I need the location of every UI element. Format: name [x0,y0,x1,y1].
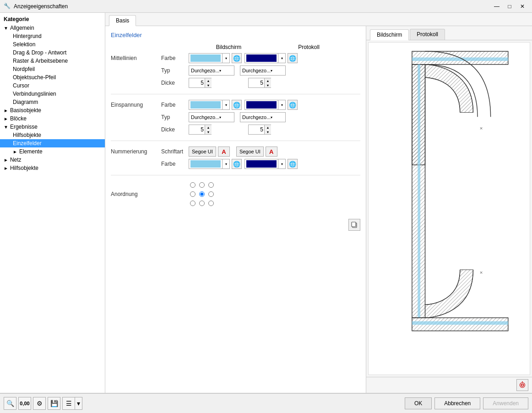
protocol-font-A[interactable]: A [266,147,277,157]
protocol-dicke-value-1[interactable] [249,80,264,86]
screen-globe-3[interactable]: 🌐 [232,159,242,169]
protocol-typ-dropdown-2[interactable]: Durchgezo... ▾ [240,112,286,122]
sidebar-item-verbindungslinien[interactable]: Verbindungslinien [0,90,105,98]
svg-point-13 [520,383,525,388]
sidebar-item-netz[interactable]: Netz [0,156,105,164]
form-area: Einzelfelder Bildschirm Protokoll Mittel… [105,26,366,393]
screen-dicke-up-2[interactable]: ▲ [205,125,212,130]
sidebar-item-selektion[interactable]: Selektion [0,40,105,49]
screen-color-3[interactable]: ▾ [189,159,230,169]
expand-arrow-elemente [13,149,17,154]
protocol-dicke-down-2[interactable]: ▼ [265,130,271,134]
screen-color-1[interactable]: ▾ [189,53,230,63]
sidebar-item-hilfsobjekte-sub[interactable]: Hilfsobjekte [0,131,105,139]
form-row-anordnung: Anordnung [111,181,360,207]
radio-2-3 [207,190,215,198]
sidebar-item-allgemein[interactable]: Allgemein [0,24,105,32]
protocol-globe-2[interactable]: 🌐 [288,100,298,110]
protocol-dicke-value-2[interactable] [249,126,264,133]
screen-dicke-value-2[interactable] [189,126,205,133]
protocol-globe-1[interactable]: 🌐 [288,53,298,63]
screen-font-button[interactable]: Segoe UI [189,147,216,157]
radio-input-1-2[interactable] [199,182,205,188]
screen-globe-1[interactable]: 🌐 [232,53,242,63]
preview-bottom-icons [366,377,532,393]
screen-dicke-input-2: ▲ ▼ [189,125,212,135]
protocol-font-button[interactable]: Segoe UI [236,147,264,157]
anwenden-button[interactable]: Anwenden [483,397,528,409]
radio-input-3-3[interactable] [208,201,214,206]
screen-dicke-up-1[interactable]: ▲ [205,78,212,83]
protocol-color-3[interactable]: ▾ [244,159,286,169]
maximize-button[interactable]: □ [504,2,516,11]
preview-tab-protocol[interactable]: Protokoll [410,29,445,40]
form-section-einspannung: Einspannung Farbe ▾ 🌐 [111,100,360,141]
form-row-mittellinien-label: Mittellinien Farbe ▾ 🌐 [111,53,360,63]
svg-text:×: × [480,270,483,275]
sidebar-item-hilfsobjekte[interactable]: Hilfsobjekte [0,164,105,172]
sidebar-item-bloecke[interactable]: Blöcke [0,114,105,123]
preview-tab-screen[interactable]: Bildschirm [370,29,409,40]
screen-globe-2[interactable]: 🌐 [232,100,242,110]
save-toolbar-btn[interactable]: 💾 [48,397,60,410]
sidebar-label-basisobjekte: Basisobjekte [10,107,41,114]
dicke-label-1: Dicke [161,80,189,86]
value-toolbar-btn[interactable]: 0,00 [18,397,31,410]
list-toolbar-btn[interactable]: ☰ [62,397,75,410]
radio-input-3-2[interactable] [199,201,205,206]
abbrechen-button[interactable]: Abbrechen [434,397,480,409]
radio-1-1 [189,181,197,189]
form-row-mittellinien-typ: Typ Durchgezo... ▾ Durchgezo... [111,65,360,76]
sidebar-item-ergebnisse[interactable]: Ergebnisse [0,123,105,131]
screen-dicke-value-1[interactable] [189,80,205,86]
screen-dicke-down-1[interactable]: ▼ [205,83,212,87]
minimize-button[interactable]: — [491,2,503,11]
radio-input-1-3[interactable] [208,182,214,188]
preview-settings-button[interactable] [516,379,528,391]
radio-2-2 [198,190,206,198]
radio-input-3-1[interactable] [190,201,195,206]
sidebar-item-basisobjekte[interactable]: Basisobjekte [0,106,105,114]
screen-dicke-down-2[interactable]: ▼ [205,130,212,134]
protocol-dicke-up-2[interactable]: ▲ [265,125,271,130]
sidebar-item-elemente[interactable]: Elemente [0,147,105,156]
sidebar-item-drag-drop[interactable]: Drag & Drop - Antwort [0,49,105,57]
screen-color-arrow-3: ▾ [222,159,229,168]
protocol-color-2[interactable]: ▾ [244,100,286,110]
protocol-color-1[interactable]: ▾ [244,53,286,63]
sidebar-item-einzelfelder[interactable]: Einzelfelder [0,139,105,147]
protocol-typ-group-2: Durchgezo... ▾ [240,112,286,122]
copy-icon-button[interactable] [348,219,360,231]
radio-row-3 [189,199,215,207]
sidebar-item-cursor[interactable]: Cursor [0,82,105,90]
settings-toolbar-btn[interactable]: ⚙ [33,397,46,410]
screen-font-A[interactable]: A [218,147,230,157]
screen-typ-dropdown-2[interactable]: Durchgezo... ▾ [189,112,234,122]
screen-typ-dropdown-1[interactable]: Durchgezo... ▾ [189,65,234,76]
radio-input-2-1[interactable] [190,191,195,197]
screen-color-2[interactable]: ▾ [189,100,230,110]
ok-button[interactable]: OK [405,397,432,409]
sidebar-label-bloecke: Blöcke [10,115,27,122]
radio-input-2-2[interactable] [199,191,205,197]
protocol-globe-3[interactable]: 🌐 [288,159,298,169]
radio-input-2-3[interactable] [208,191,214,197]
sidebar-item-objektsuche[interactable]: Objektsuche-Pfeil [0,73,105,82]
sidebar-item-diagramm[interactable]: Diagramm [0,98,105,106]
protocol-typ-dropdown-1[interactable]: Durchgezo... ▾ [240,65,286,76]
list-dropdown-arrow[interactable]: ▾ [75,397,82,410]
tab-basis[interactable]: Basis [109,15,136,26]
protocol-dicke-group-2: ▲ ▼ [248,125,271,135]
protocol-dicke-down-1[interactable]: ▼ [265,83,271,87]
protocol-color-arrow-1: ▾ [278,54,285,63]
protocol-farbe-group-2: ▾ 🌐 [244,100,298,110]
sidebar-item-nordpfeil[interactable]: Nordpfeil [0,65,105,73]
form-row-einspannung-typ: Typ Durchgezo... ▾ Durchgezo... [111,112,360,122]
radio-input-1-1[interactable] [190,182,195,188]
sidebar-item-hintergrund[interactable]: Hintergrund [0,32,105,40]
sidebar-item-raster[interactable]: Raster & Arbeitsebene [0,57,105,65]
search-toolbar-btn[interactable]: 🔍 [4,397,16,410]
protocol-dicke-up-1[interactable]: ▲ [265,78,271,83]
close-button[interactable]: ✕ [516,2,528,11]
settings-icon [519,381,526,389]
